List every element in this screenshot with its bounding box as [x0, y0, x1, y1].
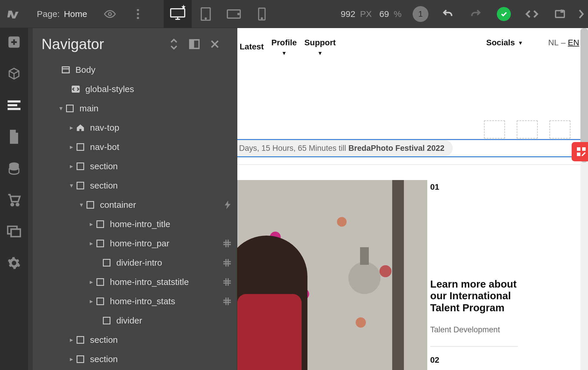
redo-button[interactable]: [462, 0, 490, 28]
panel-dock-button[interactable]: [184, 34, 205, 54]
expand-caret[interactable]: [87, 298, 95, 305]
tree-row[interactable]: main: [33, 99, 237, 118]
preview-toggle[interactable]: [96, 0, 124, 28]
tree-row[interactable]: section: [33, 157, 237, 176]
top-toolbar: Page: Home 992 PX 69 % 1: [0, 0, 588, 28]
tree-row-label: section: [90, 181, 118, 191]
tree-row[interactable]: section: [33, 330, 237, 350]
tree-row[interactable]: home-intro_par: [33, 234, 237, 253]
toolbar-overflow[interactable]: [574, 0, 588, 28]
breakpoint-mobile[interactable]: [248, 0, 276, 28]
empty-slot[interactable]: [549, 120, 570, 139]
box-icon: [65, 103, 75, 113]
nav-item-profile[interactable]: Profile ▼: [271, 38, 297, 56]
window-icon: [61, 65, 71, 75]
tree-row-label: section: [90, 161, 118, 171]
empty-slot[interactable]: [484, 120, 505, 139]
card-number: 01: [430, 182, 527, 192]
expand-caret[interactable]: [67, 336, 75, 344]
svg-point-17: [11, 203, 13, 206]
tree-row[interactable]: nav-top: [33, 118, 237, 137]
nav-item-support[interactable]: Support ▼: [305, 38, 336, 56]
expand-caret[interactable]: [87, 240, 95, 247]
expand-caret[interactable]: [57, 105, 65, 112]
svg-point-10: [262, 18, 263, 19]
expand-caret[interactable]: [67, 182, 75, 189]
tree-row[interactable]: section: [33, 176, 237, 195]
share-button[interactable]: [546, 0, 574, 28]
more-menu[interactable]: [124, 0, 152, 28]
placeholder-slots: [484, 120, 570, 139]
tree-row[interactable]: home-intro_title: [33, 215, 237, 234]
svg-rect-15: [8, 108, 20, 110]
breakpoint-tablet[interactable]: [192, 0, 220, 28]
empty-slot[interactable]: [517, 120, 538, 139]
embed-icon: [71, 84, 81, 94]
add-element-button[interactable]: [6, 34, 22, 50]
code-export[interactable]: [518, 0, 546, 28]
navigator-title: Navigator: [41, 36, 164, 53]
box-icon: [75, 335, 85, 345]
settings-button[interactable]: [6, 255, 22, 271]
tree-row-label: home-intro_par: [110, 238, 169, 248]
cms-button[interactable]: [6, 160, 22, 177]
box-icon: [95, 277, 105, 287]
grid-icon: [223, 298, 231, 305]
card-subtitle: Talent Development: [430, 325, 527, 334]
tree-row[interactable]: Body: [33, 60, 237, 79]
site-nav: Latest Profile ▼ Support ▼ Socials ▼ NL …: [237, 28, 588, 56]
undo-button[interactable]: [434, 0, 462, 28]
tree-row[interactable]: divider-intro: [33, 253, 237, 272]
tree-row[interactable]: home-intro_stats: [33, 292, 237, 311]
page-selector[interactable]: Page: Home: [28, 9, 96, 19]
assets-button[interactable]: [6, 223, 22, 240]
nav-item-socials[interactable]: Socials ▼: [486, 38, 523, 47]
element-tree: Bodyglobal-stylesmainnav-topnav-botsecti…: [33, 60, 237, 369]
pages-button[interactable]: [6, 129, 22, 145]
countdown-bar[interactable]: Days, 15 Hours, 65 Minutes till BredaPho…: [237, 139, 580, 157]
edit-component-badge[interactable]: [572, 142, 588, 161]
language-switch[interactable]: NL – EN: [548, 38, 579, 47]
card-title[interactable]: Learn more about our International Talen…: [430, 278, 527, 314]
symbols-button[interactable]: [6, 65, 22, 82]
tree-row[interactable]: nav-bot: [33, 137, 237, 157]
svg-point-1: [137, 9, 139, 11]
home-icon: [75, 123, 85, 133]
design-canvas[interactable]: Latest Profile ▼ Support ▼ Socials ▼ NL …: [237, 28, 588, 370]
tree-row[interactable]: container: [33, 195, 237, 215]
breakpoint-landscape[interactable]: [220, 0, 248, 28]
grid-icon: [223, 240, 231, 247]
nav-item-latest[interactable]: Latest: [240, 42, 264, 51]
svg-rect-4: [171, 9, 185, 17]
webflow-logo[interactable]: [0, 0, 28, 28]
expand-caret[interactable]: [67, 143, 75, 151]
tree-row[interactable]: divider: [33, 311, 237, 330]
svg-rect-13: [8, 101, 20, 103]
ecommerce-button[interactable]: [6, 192, 22, 208]
page-label: Page:: [37, 9, 60, 19]
page-name: Home: [64, 9, 87, 19]
expand-caret[interactable]: [87, 220, 95, 228]
tree-row[interactable]: home-intro_statstitle: [33, 272, 237, 292]
scrollbar-track[interactable]: [580, 28, 588, 370]
collapse-all-button[interactable]: [164, 34, 184, 54]
svg-point-0: [108, 13, 111, 15]
chevron-down-icon: ▼: [281, 50, 287, 56]
expand-caret[interactable]: [77, 201, 85, 209]
divider-line: [237, 164, 580, 165]
svg-point-18: [16, 203, 19, 206]
close-panel-button[interactable]: [205, 34, 225, 54]
navigator-button[interactable]: [6, 97, 22, 113]
breakpoint-switcher: [164, 0, 276, 28]
expand-caret[interactable]: [67, 355, 75, 363]
tree-row[interactable]: section: [33, 350, 237, 369]
tree-row[interactable]: global-styles: [33, 79, 237, 99]
expand-caret[interactable]: [67, 124, 75, 132]
expand-caret[interactable]: [67, 162, 75, 170]
hero-image[interactable]: [237, 180, 427, 370]
issues-badge[interactable]: 1: [413, 6, 428, 22]
expand-caret[interactable]: [87, 278, 95, 286]
box-icon: [95, 219, 105, 229]
publish-ok[interactable]: [490, 0, 518, 28]
breakpoint-desktop[interactable]: [164, 0, 192, 28]
